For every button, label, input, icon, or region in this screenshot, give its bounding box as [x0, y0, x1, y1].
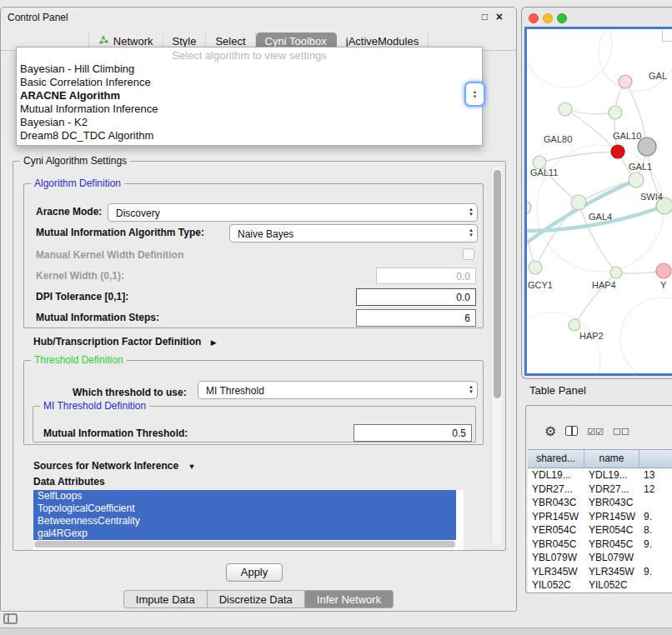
algorithm-option[interactable]: Bayesian - Hill Climbing	[17, 62, 482, 76]
table-row[interactable]: YIL052CYIL052C	[528, 578, 672, 592]
window-minimize-button[interactable]	[543, 13, 553, 23]
gear-icon[interactable]: ⚙	[544, 424, 556, 439]
aracne-mode-select[interactable]: Discovery ▲▼	[108, 203, 478, 222]
cyni-algorithm-settings-group: Cyni Algorithm Settings Algorithm Defini…	[13, 161, 506, 551]
network-node[interactable]	[569, 319, 580, 331]
table-row[interactable]: YDL19...YDL19...13	[528, 468, 672, 482]
window-close-button[interactable]	[529, 13, 539, 23]
sources-section-toggle[interactable]: Sources for Network Inference ▼	[33, 458, 195, 472]
network-node[interactable]	[527, 201, 531, 214]
cell: YDR27...	[584, 482, 639, 497]
mi-type-label: Mutual Information Algorithm Type:	[36, 228, 204, 238]
table-row[interactable]: YLR345WYLR345W9.	[528, 565, 672, 579]
cell: YPR145W	[584, 510, 639, 524]
scrollbar-thumb[interactable]	[494, 170, 501, 398]
column-header[interactable]: shared...	[528, 450, 584, 468]
cell: YER054C	[584, 523, 639, 538]
table-row[interactable]: YBL079WYBL079W	[528, 551, 672, 565]
select-value: Naive Bayes	[238, 228, 293, 240]
cell: YDL19...	[528, 468, 584, 482]
group-title: Algorithm Definition	[31, 178, 124, 189]
network-viewport: GALGAL80GAL10GAL11GAL1SWI4GAL4GCY1HAP4YH…	[524, 27, 672, 376]
table-row[interactable]: YER054CYER054C8.	[528, 523, 672, 538]
dpi-tolerance-label: DPI Tolerance [0,1]:	[36, 292, 128, 302]
attribute-item[interactable]: SelfLoops	[33, 490, 456, 502]
sources-section-label: Sources for Network Inference	[33, 460, 178, 472]
network-node[interactable]	[529, 261, 542, 274]
network-node-label: SWI4	[640, 192, 663, 202]
mi-threshold-definition-group: MI Threshold Definition Mutual Informati…	[33, 406, 476, 442]
spinner-arrows-icon: ▲▼	[469, 207, 474, 217]
tab-label: Network	[113, 35, 153, 48]
network-node[interactable]	[629, 172, 644, 188]
deselect-all-icon[interactable]: ☐☐	[613, 427, 629, 438]
table-header-row: shared... name	[528, 449, 672, 468]
tab-label: jActiveModules	[346, 35, 419, 48]
which-threshold-select[interactable]: MI Threshold ▲▼	[198, 381, 478, 399]
network-node[interactable]	[571, 195, 586, 210]
table-row[interactable]: YPR145WYPR145W9.	[528, 510, 672, 524]
network-tab-icon	[98, 35, 109, 48]
network-node[interactable]	[656, 263, 671, 278]
network-canvas[interactable]: GALGAL80GAL10GAL11GAL1SWI4GAL4GCY1HAP4YH…	[527, 29, 672, 375]
select-all-icon[interactable]: ☑☑	[587, 427, 604, 438]
group-title: MI Threshold Definition	[40, 400, 149, 412]
cell: YDR27...	[528, 482, 584, 497]
aracne-mode-label: Aracne Mode:	[36, 207, 102, 218]
table-row[interactable]: YBR043CYBR043C	[528, 496, 672, 510]
network-node-label: GAL	[649, 71, 667, 81]
table-row[interactable]: YBR045CYBR045C9.	[528, 538, 672, 552]
cell	[639, 496, 672, 510]
cell: 9.	[639, 510, 672, 524]
network-edge	[565, 109, 615, 114]
table-row[interactable]: YDR27...YDR27...12	[528, 482, 672, 497]
algorithm-option[interactable]: Dream8 DC_TDC Algorithm	[17, 129, 482, 142]
cell	[639, 578, 672, 592]
bottom-strip	[0, 628, 672, 635]
tab-infer-network[interactable]: Infer Network	[305, 590, 394, 608]
attribute-item[interactable]: gal4RGexp	[33, 528, 456, 540]
network-scrollbar-corner	[662, 29, 672, 42]
table-panel-window: ⚙ ☑☑ ☐☐ shared... name YDL19...YDL19...1…	[525, 405, 672, 593]
network-node-label: GAL80	[544, 134, 572, 144]
column-header[interactable]	[639, 450, 672, 468]
tab-discretize-data[interactable]: Discretize Data	[208, 590, 305, 608]
algorithm-option[interactable]: ARACNE Algorithm	[17, 89, 482, 102]
apply-button[interactable]: Apply	[226, 563, 283, 582]
column-chooser-icon[interactable]	[565, 424, 578, 439]
cell: YBR043C	[584, 496, 639, 510]
list-horizontal-scrollbar[interactable]	[34, 541, 455, 548]
control-panel-window: Control Panel □ × Network Style Select C…	[0, 7, 517, 612]
settings-vertical-scrollbar[interactable]	[491, 167, 502, 545]
cell: YBR045C	[528, 538, 584, 552]
tab-impute-data[interactable]: Impute Data	[123, 590, 208, 608]
dpi-tolerance-input[interactable]: 0.0	[356, 288, 476, 306]
column-header[interactable]: name	[584, 450, 639, 468]
show-panel-icon[interactable]	[3, 613, 18, 624]
attribute-item[interactable]: BetweennessCentrality	[33, 515, 456, 528]
cell: 8.	[639, 523, 672, 538]
float-window-icon[interactable]: □	[482, 11, 488, 22]
which-threshold-label: Which threshold to use:	[73, 388, 187, 398]
algorithm-combobox-fragment[interactable]: ▲ ▼	[464, 82, 485, 107]
mi-threshold-input[interactable]: 0.5	[354, 424, 472, 442]
network-node[interactable]	[638, 138, 656, 156]
cell: YER054C	[528, 523, 584, 538]
algorithm-option[interactable]: Mutual Information Inference	[17, 102, 482, 116]
network-node[interactable]	[610, 267, 622, 278]
network-node[interactable]	[609, 106, 622, 119]
network-node[interactable]	[611, 145, 624, 158]
mi-algorithm-type-select[interactable]: Naive Bayes ▲▼	[229, 224, 478, 242]
hub-definition-toggle[interactable]: Hub/Transcription Factor Definition ▶	[33, 333, 217, 348]
window-zoom-button[interactable]	[557, 13, 567, 23]
close-icon[interactable]: ×	[496, 10, 503, 23]
attribute-item[interactable]: TopologicalCoefficient	[33, 502, 456, 515]
network-node[interactable]	[559, 102, 572, 116]
group-title: Threshold Definition	[31, 354, 127, 366]
mi-steps-input[interactable]: 6	[356, 309, 476, 327]
algorithm-option[interactable]: Bayesian - K2	[17, 116, 482, 129]
cell: YBL079W	[528, 551, 584, 565]
algorithm-option[interactable]: Basic Correlation Inference	[17, 76, 482, 89]
network-node[interactable]	[619, 75, 632, 88]
hub-definition-label: Hub/Transcription Factor Definition	[33, 336, 201, 348]
